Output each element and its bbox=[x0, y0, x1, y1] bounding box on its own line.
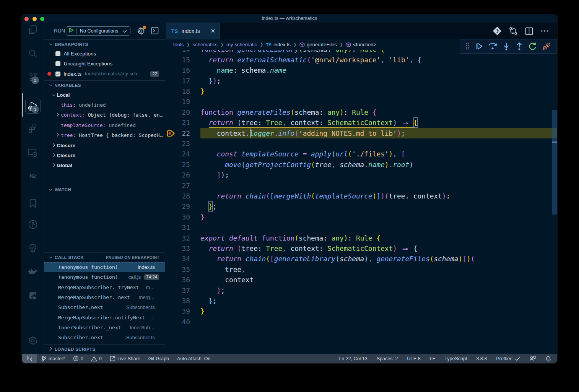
more-actions-icon[interactable] bbox=[541, 30, 548, 32]
status-item-utf-8[interactable]: UTF-8 bbox=[407, 356, 420, 361]
activity-bar-item-test-explorer[interactable] bbox=[22, 240, 44, 257]
call-stack-frame[interactable]: MergeMapSubscriber._nextmerg… bbox=[44, 293, 165, 303]
line-number[interactable]: 21 bbox=[165, 117, 190, 128]
breakpoint-checkbox[interactable] bbox=[55, 51, 60, 56]
breadcrumb-item-schematics[interactable]: schematics bbox=[193, 42, 218, 47]
line-number[interactable]: 32 bbox=[165, 233, 190, 243]
breadcrumb-item-function[interactable]: <function> bbox=[346, 42, 376, 47]
code-editor[interactable]: 14function generateLibrary(schema: any):… bbox=[165, 23, 557, 354]
status-item-ln-22-col-13[interactable]: Ln 22, Col 13 bbox=[339, 356, 367, 361]
activity-bar-item-search[interactable] bbox=[22, 45, 44, 62]
variable-row[interactable]: context:Object {debug: false, en… bbox=[44, 110, 165, 120]
breakpoint-row[interactable]: All Exceptions bbox=[44, 49, 165, 59]
status-item-git-graph[interactable]: Git Graph bbox=[148, 356, 169, 361]
git-diamond-icon[interactable] bbox=[493, 27, 501, 35]
editor-scrollbar[interactable] bbox=[552, 23, 557, 354]
variables-scope-row[interactable]: Global bbox=[44, 161, 165, 171]
activity-bar-item-git-history[interactable] bbox=[22, 216, 44, 233]
activity-bar-item-explorer[interactable] bbox=[22, 21, 44, 39]
line-number[interactable]: 27 bbox=[165, 181, 190, 191]
line-number[interactable]: 28 bbox=[165, 191, 190, 201]
breadcrumb-item-index.ts[interactable]: TSindex.ts bbox=[266, 42, 291, 47]
status-item-typescript[interactable]: TypeScript bbox=[444, 356, 467, 361]
call-stack-frame[interactable]: MergeMapSubscriber._tryNextm… bbox=[44, 282, 165, 292]
status-item-prettier-[interactable]: Prettier: bbox=[496, 356, 520, 361]
line-number[interactable]: 30 bbox=[165, 212, 190, 222]
scrollbar-slider[interactable] bbox=[552, 110, 557, 215]
continue-icon[interactable] bbox=[475, 42, 483, 50]
breakpoint-checkbox[interactable] bbox=[55, 72, 60, 76]
line-number[interactable]: 17 bbox=[165, 76, 190, 86]
line-number[interactable]: 23 bbox=[165, 138, 190, 149]
variables-scope-row[interactable]: Local bbox=[44, 90, 165, 100]
close-tab-icon[interactable]: ✕ bbox=[210, 28, 215, 34]
activity-bar-item-extensions[interactable] bbox=[22, 119, 44, 137]
activity-bar-item-settings-gear[interactable] bbox=[22, 332, 44, 349]
breakpoint-checkbox[interactable] bbox=[55, 61, 60, 66]
line-number[interactable]: 29 bbox=[165, 201, 190, 211]
status-item-spaces-2[interactable]: Spaces: 2 bbox=[377, 356, 398, 361]
variables-scope-row[interactable]: Closure bbox=[44, 140, 165, 150]
launch-configuration-dropdown[interactable]: No Configurations bbox=[66, 26, 130, 36]
line-number[interactable]: 20 bbox=[165, 107, 190, 117]
call-stack-frame[interactable]: Subscriber.nextSubscriber.ts bbox=[44, 303, 165, 312]
section-header-loaded-scripts[interactable]: LOADED SCRIPTS bbox=[44, 344, 165, 353]
call-stack-frame[interactable]: InnerSubscriber._nextInnerSub… bbox=[44, 322, 165, 332]
restart-icon[interactable] bbox=[528, 42, 537, 50]
line-number[interactable]: 37 bbox=[165, 285, 190, 296]
status-item-auto-attach-on[interactable]: Auto Attach: On bbox=[177, 356, 211, 361]
variable-row[interactable]: tree:HostTree {_backend: ScopedH… bbox=[44, 130, 165, 140]
line-number[interactable]: 15 bbox=[165, 55, 190, 65]
variable-row[interactable]: this:undefined bbox=[44, 100, 165, 110]
section-header-watch[interactable]: WATCH bbox=[44, 185, 165, 194]
call-stack-frame[interactable]: Subscriber.nextSubscriber.ts bbox=[44, 333, 165, 343]
section-header-breakpoints[interactable]: BREAKPOINTS bbox=[44, 39, 165, 49]
status-item-master-[interactable]: master* bbox=[41, 356, 65, 362]
breakpoint-row[interactable]: Uncaught Exceptions bbox=[44, 59, 165, 69]
activity-bar-item-docker[interactable] bbox=[22, 263, 44, 280]
variable-row[interactable]: templateSource:undefined bbox=[44, 120, 165, 130]
start-debugging-icon[interactable] bbox=[68, 27, 74, 35]
split-editor-icon[interactable] bbox=[525, 27, 533, 35]
breadcrumb-item-my-schematic[interactable]: my-schematic bbox=[226, 42, 257, 47]
status-item-feedback-icon[interactable] bbox=[529, 356, 536, 361]
disconnect-icon[interactable] bbox=[542, 42, 551, 51]
line-number[interactable]: 34 bbox=[165, 254, 190, 264]
status-item-live-share[interactable]: Live Share bbox=[110, 356, 140, 361]
call-stack-frame[interactable]: MergeMapSubscriber.notifyNext… bbox=[44, 312, 165, 322]
line-number[interactable]: 31 bbox=[165, 222, 190, 233]
line-number[interactable]: 35 bbox=[165, 264, 190, 275]
debug-current-step-icon[interactable] bbox=[167, 130, 176, 138]
line-number[interactable]: 40 bbox=[165, 317, 190, 327]
line-number[interactable]: 39 bbox=[165, 306, 190, 316]
step-over-icon[interactable] bbox=[488, 42, 497, 50]
open-debug-console-icon[interactable] bbox=[151, 27, 159, 36]
line-number[interactable]: 19 bbox=[165, 96, 190, 107]
status-item-0[interactable]: 0 bbox=[73, 356, 83, 361]
activity-bar-item-remote-explorer[interactable] bbox=[22, 144, 44, 162]
status-item-lf[interactable]: LF bbox=[430, 356, 436, 361]
remote-indicator[interactable] bbox=[22, 354, 37, 363]
line-number[interactable]: 36 bbox=[165, 275, 190, 285]
call-stack-frame[interactable]: (anonymous function)call.js74:24 bbox=[44, 272, 165, 282]
activity-bar-item-share[interactable] bbox=[22, 287, 44, 305]
breadcrumb-item-generateFiles[interactable]: generateFiles bbox=[299, 42, 337, 47]
status-item-bell-icon[interactable] bbox=[545, 356, 551, 362]
line-number[interactable]: 33 bbox=[165, 243, 190, 254]
line-number[interactable]: 16 bbox=[165, 65, 190, 75]
variables-scope-row[interactable]: Closure bbox=[44, 150, 165, 160]
line-number[interactable]: 18 bbox=[165, 86, 190, 96]
step-out-icon[interactable] bbox=[516, 42, 523, 50]
breakpoint-row[interactable]: index.tstools/schematics/my-sch...22 bbox=[44, 69, 165, 79]
line-number[interactable]: 24 bbox=[165, 149, 190, 159]
line-number[interactable]: 26 bbox=[165, 170, 190, 180]
section-header-call-stack[interactable]: CALL STACKPAUSED ON BREAKPOINT bbox=[44, 252, 165, 262]
call-stack-frame[interactable]: (anonymous function)index.ts bbox=[44, 262, 165, 272]
status-item-0[interactable]: 0 bbox=[91, 356, 102, 361]
activity-bar-item-bookmarks[interactable] bbox=[22, 195, 44, 212]
breadcrumb-item-tools[interactable]: tools bbox=[173, 42, 184, 47]
tab-index-ts[interactable]: TS index.ts ✕ bbox=[166, 23, 220, 39]
line-number[interactable]: 38 bbox=[165, 296, 190, 306]
compare-changes-icon[interactable] bbox=[509, 27, 517, 35]
step-into-icon[interactable] bbox=[503, 42, 510, 50]
